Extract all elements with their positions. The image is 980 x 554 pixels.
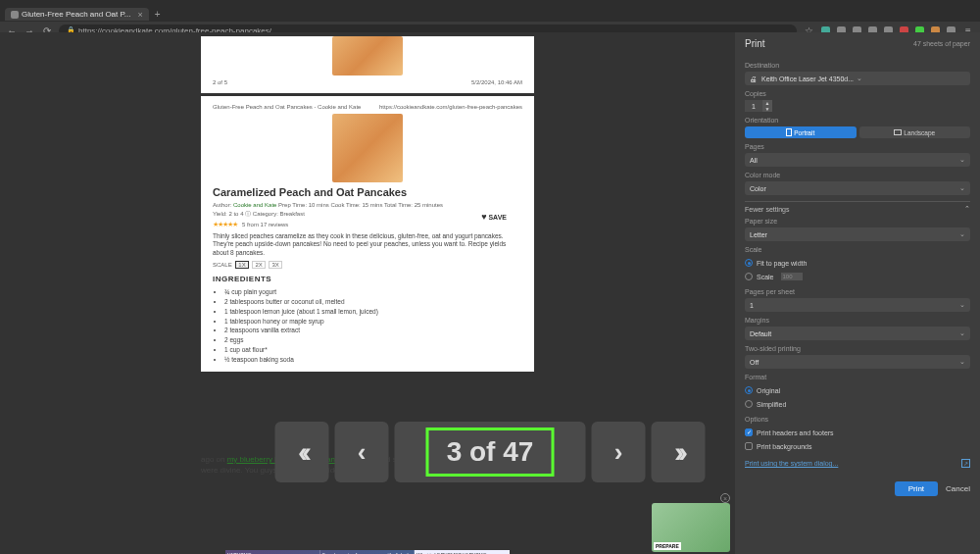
chevron-right-icon: › [614,437,623,468]
page-counter: 3 of 47 [395,422,586,482]
browser-tab[interactable]: Gluten-Free Peach and Oat P... × [5,8,149,21]
color-mode-select[interactable]: Color [745,181,970,195]
window-title-bar [0,0,980,7]
next-page-button[interactable]: › [592,422,646,482]
copies-stepper[interactable]: ▲▼ [745,100,970,112]
list-item: 2 teaspoons vanilla extract [224,326,522,335]
landscape-button[interactable]: Landscape [859,126,971,138]
print-button[interactable]: Print [895,481,938,496]
close-icon[interactable]: × [137,10,142,20]
page-number: 2 of 5 [213,79,227,85]
format-original-radio[interactable]: Original [745,386,970,394]
chevron-left-icon: ‹ [358,437,367,468]
landscape-icon [894,129,902,135]
system-dialog-link[interactable]: Print using the system dialog...↗ [745,459,970,468]
list-item: 2 eggs [224,335,522,345]
paper-size-label: Paper size [745,218,970,225]
recipe-description: Thinly sliced peaches caramelize as they… [213,232,522,257]
rating: ★★★★★ 5 from 17 reviews [213,221,522,228]
save-button: ♥ SAVE [481,212,507,222]
checkbox-icon [745,428,753,436]
new-tab-button[interactable]: + [155,9,161,20]
ad-banner[interactable]: VARYSMO If you're caring for someone wit… [225,550,510,554]
recipe-image [332,36,403,76]
copies-label: Copies [745,90,970,97]
sheet-count: 47 sheets of paper [913,40,970,47]
two-sided-select[interactable]: Off [745,355,970,369]
close-icon[interactable]: × [720,493,730,503]
list-item: 1 tablespoon honey or maple syrup [224,317,522,327]
heart-icon: ♥ [481,212,486,222]
margins-select[interactable]: Default [745,327,970,340]
last-page-button[interactable]: ›› [652,422,706,482]
options-label: Options [745,416,970,423]
page-header-title: Gluten-Free Peach and Oat Pancakes - Coo… [213,104,361,110]
tab-bar: Gluten-Free Peach and Oat P... × + [0,7,980,22]
print-title: Print [745,38,765,49]
external-link-icon: ↗ [961,459,970,468]
portrait-button[interactable]: Portrait [745,126,857,138]
preview-page-2: 2 of 5 5/2/2024, 10:46 AM [201,36,534,93]
ingredients-heading: INGREDIENTS [213,275,522,283]
ad-text-1: If you're caring for someone with diabet… [320,550,416,554]
ad-text-2: What is VARYSMO? VARYSMO (faricimab-svoa… [415,550,510,554]
page-timestamp: 5/2/2024, 10:46 AM [471,79,522,85]
tab-title: Gluten-Free Peach and Oat P... [22,10,130,19]
recipe-image [332,114,403,182]
list-item: ½ teaspoon baking soda [224,355,522,365]
chevron-double-left-icon: ‹‹ [298,435,306,469]
scale-input[interactable] [781,273,803,280]
scale-3x: 3X [269,261,281,269]
two-sided-label: Two-sided printing [745,345,970,352]
list-item: 1 cup oat flour* [224,345,522,355]
recipe-meta-line-1: Author: Cookie and Kate Prep Time: 10 mi… [213,202,522,208]
checkbox-icon [745,442,753,450]
rating-count: 5 from 17 reviews [242,222,288,227]
recipe-meta-line-2: Yield: 2 to 4 ⓘ Category: Breakfast [213,210,522,219]
backgrounds-checkbox[interactable]: Print backgrounds [745,442,970,450]
scale-row: SCALE 1X 2X 3X [213,261,522,269]
fewer-settings-toggle[interactable]: Fewer settings⌃ [745,205,970,213]
format-label: Format [745,374,970,380]
scale-label: Scale [745,246,970,253]
chevron-up-icon: ⌃ [964,205,970,213]
portrait-icon [786,128,792,136]
headers-checkbox[interactable]: Print headers and footers [745,428,970,436]
pps-label: Pages per sheet [745,288,970,295]
list-item: ¾ cup plain yogurt [224,287,522,297]
scale-1x: 1X [235,261,248,269]
ingredients-list: ¾ cup plain yogurt 2 tablespoons butter … [213,287,522,364]
list-item: 2 tablespoons butter or coconut oil, mel… [224,297,522,307]
list-item: 1 tablespoon lemon juice (about 1 small … [224,307,522,317]
page-navigator-overlay: ‹‹ ‹ 3 of 47 › ›› [275,422,706,482]
tab-favicon [11,11,19,19]
prev-page-button[interactable]: ‹ [335,422,389,482]
destination-select[interactable]: Keith Office Laser Jet 4350d... [745,72,970,85]
author-link: Cookie and Kate [233,202,276,208]
pages-label: Pages [745,143,970,150]
cancel-button[interactable]: Cancel [946,481,970,496]
recipe-title: Caramelized Peach and Oat Pancakes [213,186,522,198]
orientation-label: Orientation [745,117,970,124]
radio-icon [745,259,753,267]
radio-icon [745,386,753,394]
chevron-down-icon[interactable]: ▼ [762,106,772,112]
radio-icon [745,400,753,408]
prepare-label: PREPARE [654,542,681,550]
color-mode-label: Color mode [745,172,970,178]
page-counter-text: 3 of 47 [426,428,555,477]
pps-select[interactable]: 1 [745,298,970,312]
scale-radio[interactable]: Scale [745,273,970,280]
margins-label: Margins [745,317,970,324]
scale-2x: 2X [252,261,265,269]
chevron-double-right-icon: ›› [674,435,682,469]
first-page-button[interactable]: ‹‹ [275,422,329,482]
video-thumbnail[interactable]: PREPARE [652,503,730,552]
paper-size-select[interactable]: Letter [745,227,970,241]
fit-to-width-radio[interactable]: Fit to page width [745,259,970,267]
page-header-url: https://cookieandkate.com/gluten-free-pe… [379,104,522,110]
pages-select[interactable]: All [745,153,970,167]
format-simplified-radio[interactable]: Simplified [745,400,970,408]
print-dialog: Print 47 sheets of paper Destination Kei… [735,32,980,554]
copies-input[interactable] [745,100,762,112]
